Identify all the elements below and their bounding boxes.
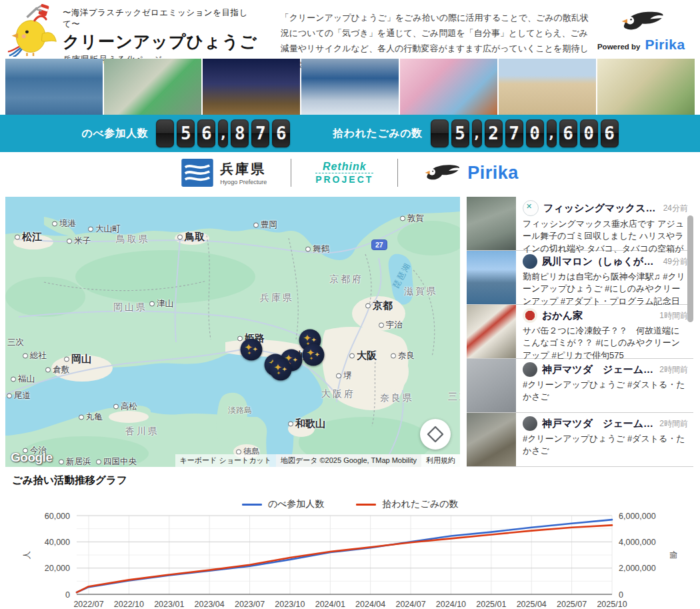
- participants-label: のべ参加人数: [82, 127, 149, 141]
- activity-feed: フィッシングマックス垂… 24分前 フィッシングマックス垂水店です アジュール舞…: [467, 197, 693, 467]
- mascot-logo: [7, 3, 60, 57]
- feed-post-text: #クリーンアップひょうご #ダストる・たかさご: [523, 379, 688, 404]
- feed-user-name: フィッシングマックス垂…: [543, 202, 659, 215]
- terms-link[interactable]: 利用規約: [421, 454, 460, 467]
- pan-arrows-icon: [420, 419, 451, 450]
- feed-photo: [467, 413, 516, 466]
- photo-seagulls-harbor: [5, 59, 103, 115]
- legend-label: 拾われたごみの数: [382, 498, 458, 510]
- feed-item[interactable]: おかん家 1時間前 サバ缶２つに冷凍餃子？？ 何故道端にこんなゴミが？？ #にし…: [467, 305, 693, 359]
- map-pan-control[interactable]: [420, 419, 451, 450]
- legend-trash: 拾われたごみの数: [356, 498, 458, 510]
- svg-text:2,000,000: 2,000,000: [619, 564, 656, 573]
- feed-item[interactable]: 夙川マロン（しゅくがわ… 49分前 勤前ピリカは自宅から阪神今津駅♫ #クリーン…: [467, 251, 693, 305]
- rethink-line2: PROJECT: [315, 175, 373, 185]
- keyboard-shortcuts-link[interactable]: キーボード ショートカット: [175, 454, 276, 467]
- feed-timestamp: 2時間前: [659, 364, 688, 376]
- hyogo-mark-icon: [181, 159, 213, 187]
- rethink-project-logo[interactable]: Rethink PROJECT: [315, 161, 373, 185]
- svg-text:2023/10: 2023/10: [275, 600, 305, 609]
- feed-item[interactable]: 神戸マツダ ジェーム… 2時間前 #クリーンアップひょうご #ダストる・たかさご: [467, 413, 693, 467]
- powered-by-pirika[interactable]: Powered by Pirika: [589, 3, 693, 53]
- map-attribution: キーボード ショートカット 地図データ ©2025 Google, TMap M…: [175, 454, 460, 467]
- photo-pampas-grass-field: [597, 59, 695, 115]
- hyogo-name: 兵庫県: [220, 160, 267, 178]
- chart-title: ごみ拾い活動推移グラフ: [12, 474, 700, 488]
- google-logo[interactable]: Google: [11, 450, 52, 465]
- svg-text:0: 0: [619, 590, 623, 600]
- chart-legend: のべ参加人数 拾われたごみの数: [0, 498, 700, 510]
- svg-text:2023/07: 2023/07: [235, 600, 265, 609]
- svg-text:2025/01: 2025/01: [476, 600, 506, 609]
- feed-timestamp: 2時間前: [659, 418, 688, 430]
- powered-by-label: Powered by: [597, 43, 641, 51]
- pirika-wordmark: Pirika: [645, 37, 685, 53]
- feed-user-name: 夙川マロン（しゅくがわ…: [542, 255, 659, 268]
- feed-scrollbar[interactable]: [687, 215, 693, 322]
- svg-text:2024/07: 2024/07: [395, 600, 425, 609]
- avatar: [523, 416, 537, 431]
- feed-item[interactable]: フィッシングマックス垂… 24分前 フィッシングマックス垂水店です アジュール舞…: [467, 197, 693, 251]
- cleanup-cluster-marker[interactable]: ✦✦✦: [270, 359, 292, 381]
- svg-text:0: 0: [65, 590, 70, 600]
- avatar: [523, 308, 537, 323]
- divider: [291, 159, 291, 187]
- trash-counter: 5,270,606: [431, 119, 619, 147]
- feed-item[interactable]: 神戸マツダ ジェーム… 2時間前 #クリーンアップひょうご #ダストる・たかさご: [467, 359, 693, 413]
- photo-cherry-blossom-castle-boat: [400, 59, 497, 115]
- photo-cleanup-truck-children: [104, 59, 201, 115]
- feed-user-name: 神戸マツダ ジェーム…: [542, 364, 653, 376]
- hyogo-name-en: Hyogo Prefecture: [220, 179, 267, 185]
- rethink-line1: Rethink: [315, 161, 373, 174]
- site-title: クリーンアップひょうご: [63, 31, 263, 53]
- participants-counter: 56,876: [156, 119, 290, 147]
- svg-text:人: 人: [22, 551, 31, 559]
- photo-strip: [0, 59, 700, 115]
- trash-count-label: 拾われたごみの数: [333, 127, 422, 141]
- google-map[interactable]: 松江境港大山町米子鳥取県鳥取豊岡舞鶴敦賀27京都府琵琶湖滋賀県兵庫県岡山県津山京…: [5, 197, 460, 467]
- partner-logos: 兵庫県 Hyogo Prefecture Rethink PROJECT Pir…: [0, 152, 700, 193]
- map-labels-layer: 松江境港大山町米子鳥取県鳥取豊岡舞鶴敦賀27京都府琵琶湖滋賀県兵庫県岡山県津山京…: [5, 197, 460, 467]
- svg-text:2023/01: 2023/01: [154, 600, 184, 609]
- avatar: [523, 254, 537, 269]
- svg-text:2022/07: 2022/07: [73, 600, 103, 609]
- svg-text:2022/10: 2022/10: [114, 600, 144, 609]
- avatar: [523, 362, 537, 377]
- hyogo-prefecture-logo[interactable]: 兵庫県 Hyogo Prefecture: [181, 159, 267, 187]
- stat-trash-count: 拾われたごみの数 5,270,606: [333, 119, 618, 147]
- svg-text:20,000: 20,000: [45, 564, 70, 573]
- feed-post-text: #クリーンアップひょうご #ダストる・たかさご: [523, 433, 688, 458]
- feed-user-name: 神戸マツダ ジェーム…: [542, 418, 653, 430]
- chart-section: ごみ拾い活動推移グラフ のべ参加人数 拾われたごみの数 2022/072022/…: [0, 467, 700, 609]
- photo-night-canal-town: [203, 59, 300, 115]
- page-header: 〜海洋プラスチックゼロエミッションを目指して〜 クリーンアップひょうご 兵庫県版…: [0, 0, 700, 59]
- feed-photo: [467, 305, 516, 358]
- feed-post-text: フィッシングマックス垂水店です アジュール舞子のゴミ回収しました ハリスやライン…: [523, 218, 688, 255]
- photo-misty-mountains: [301, 59, 399, 115]
- feed-post-text: 勤前ピリカは自宅から阪神今津駅♫ #クリーンアップひょうご #にしのみやクリーン…: [523, 271, 688, 308]
- avatar: [523, 200, 539, 216]
- pirika-bird-icon: [618, 7, 665, 35]
- feed-post-text: サバ缶２つに冷凍餃子？？ 何故道端にこんなゴミが？？ #にしのみやクリーンアップ…: [523, 325, 688, 362]
- feed-timestamp: 49分前: [663, 256, 688, 267]
- svg-text:個: 個: [669, 551, 678, 559]
- site-tagline: 〜海洋プラスチックゼロエミッションを目指して〜: [63, 7, 263, 30]
- svg-text:2025/07: 2025/07: [557, 600, 587, 609]
- svg-text:6,000,000: 6,000,000: [619, 512, 656, 521]
- legend-label: のべ参加人数: [268, 498, 325, 510]
- feed-photo: [467, 359, 516, 412]
- svg-text:2025/04: 2025/04: [517, 600, 547, 609]
- photo-beach-cleanup: [499, 59, 596, 115]
- cleanup-cluster-marker[interactable]: ✦✦✦: [241, 339, 263, 361]
- pirika-logo[interactable]: Pirika: [422, 161, 519, 184]
- svg-text:2024/04: 2024/04: [355, 600, 385, 609]
- legend-swatch-red: [356, 504, 376, 506]
- cleanup-cluster-marker[interactable]: ✦✦✦: [303, 344, 325, 366]
- svg-text:40,000: 40,000: [45, 538, 70, 547]
- map-data-attribution: 地図データ ©2025 Google, TMap Mobility: [276, 454, 421, 467]
- svg-text:60,000: 60,000: [45, 512, 70, 521]
- pirika-wordmark: Pirika: [467, 163, 519, 183]
- divider: [397, 159, 398, 187]
- feed-timestamp: 1時間前: [659, 310, 688, 322]
- svg-text:2024/10: 2024/10: [436, 600, 466, 609]
